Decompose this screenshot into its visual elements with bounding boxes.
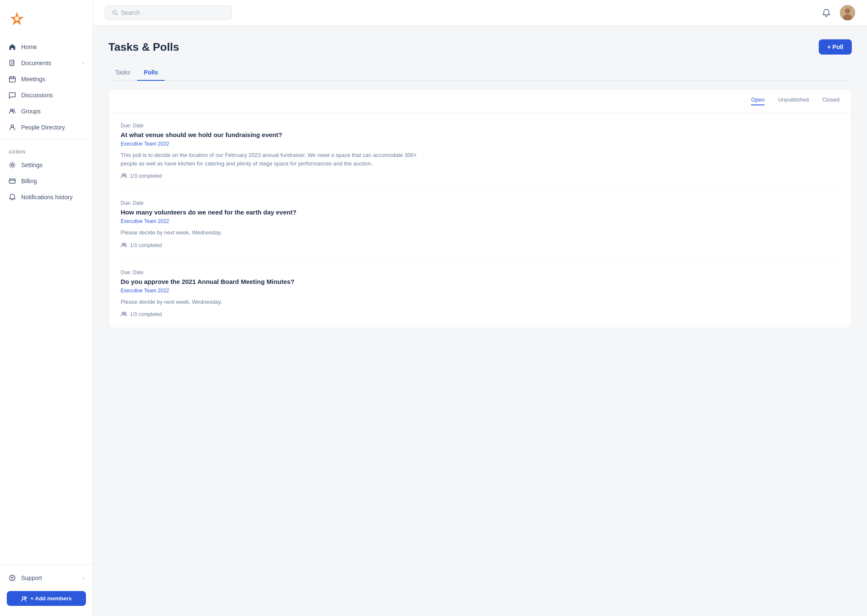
svg-point-6 <box>11 164 14 166</box>
poll-completed: 1/3 completed <box>130 173 162 179</box>
page-title: Tasks & Polls <box>108 41 179 54</box>
sidebar: Home Documents › Meetings Discussions <box>0 0 93 616</box>
bell-icon <box>822 8 831 17</box>
app-logo-icon <box>8 10 25 27</box>
sidebar-item-documents-label: Documents <box>21 60 51 66</box>
sidebar-nav: Home Documents › Meetings Discussions <box>0 36 93 564</box>
groups-icon <box>8 107 16 115</box>
poll-group[interactable]: Executive Team 2022 <box>121 288 839 294</box>
sidebar-item-settings[interactable]: Settings <box>0 157 93 173</box>
main-panel: Tasks & Polls + Poll Tasks Polls Open Un… <box>93 0 867 616</box>
sidebar-item-billing[interactable]: Billing <box>0 173 93 189</box>
poll-due-date: Due: Date <box>121 270 839 275</box>
poll-meta: 1/3 completed <box>121 242 839 249</box>
poll-item: Due: Date Do you approve the 2021 Annual… <box>121 259 839 328</box>
poll-title[interactable]: How many volunteers do we need for the e… <box>121 209 839 216</box>
topbar <box>93 0 867 26</box>
add-poll-label: + Poll <box>827 44 843 50</box>
filter-unpublished[interactable]: Unpublished <box>778 96 809 105</box>
sidebar-divider <box>0 139 93 139</box>
sidebar-item-notifications-history[interactable]: Notifications history <box>0 189 93 205</box>
notification-bell-button[interactable] <box>820 6 833 19</box>
svg-point-18 <box>124 243 126 245</box>
page-header: Tasks & Polls + Poll <box>108 39 852 55</box>
poll-group[interactable]: Executive Team 2022 <box>121 141 839 147</box>
filter-open[interactable]: Open <box>751 96 765 105</box>
svg-point-0 <box>15 16 19 21</box>
settings-icon <box>8 161 16 169</box>
search-box[interactable] <box>105 6 232 20</box>
poll-meta: 1/3 completed <box>121 311 839 318</box>
svg-rect-2 <box>9 77 15 82</box>
support-chevron-icon: › <box>83 575 84 581</box>
sidebar-item-settings-label: Settings <box>21 162 43 168</box>
poll-description: Please decide by next week, Wednesday. <box>121 228 417 237</box>
tabs-bar: Tasks Polls <box>108 65 852 81</box>
sidebar-bottom: Support › + Add members <box>0 564 93 616</box>
svg-point-16 <box>124 174 126 176</box>
polls-filter-bar: Open Unpublished Closed <box>109 90 851 113</box>
svg-point-9 <box>12 579 13 580</box>
poll-due-date: Due: Date <box>121 123 839 129</box>
participants-icon <box>121 311 127 318</box>
chevron-right-icon: › <box>83 60 84 66</box>
sidebar-item-notifications-history-label: Notifications history <box>21 194 72 201</box>
poll-item: Due: Date At what venue should we hold o… <box>121 113 839 190</box>
sidebar-item-discussions-label: Discussions <box>21 92 53 99</box>
polls-card: Open Unpublished Closed Due: Date At wha… <box>108 89 852 328</box>
add-poll-button[interactable]: + Poll <box>819 39 852 55</box>
avatar-image <box>840 5 855 20</box>
poll-description: This poll is to decide on the location o… <box>121 151 417 168</box>
sidebar-item-billing-label: Billing <box>21 178 37 184</box>
sidebar-item-support[interactable]: Support › <box>0 570 93 586</box>
participants-icon <box>121 173 127 179</box>
svg-point-4 <box>13 109 14 111</box>
poll-meta: 1/3 completed <box>121 173 839 179</box>
chat-icon <box>8 91 16 99</box>
svg-point-19 <box>122 312 124 314</box>
sidebar-item-people-directory[interactable]: People Directory <box>0 119 93 135</box>
sidebar-item-documents[interactable]: Documents › <box>0 55 93 71</box>
svg-point-20 <box>124 312 126 314</box>
svg-point-13 <box>845 8 850 14</box>
home-icon <box>8 43 16 51</box>
poll-item: Due: Date How many volunteers do we need… <box>121 190 839 259</box>
poll-title[interactable]: At what venue should we hold our fundrai… <box>121 131 839 138</box>
polls-list: Due: Date At what venue should we hold o… <box>109 113 851 328</box>
sidebar-item-discussions[interactable]: Discussions <box>0 87 93 103</box>
billing-icon <box>8 177 16 185</box>
poll-description: Please decide by next week, Wednesday. <box>121 298 417 306</box>
support-icon <box>8 574 16 582</box>
sidebar-item-home[interactable]: Home <box>0 39 93 55</box>
calendar-icon <box>8 75 16 83</box>
bell-sidebar-icon <box>8 193 16 201</box>
poll-completed: 1/3 completed <box>130 311 162 317</box>
avatar[interactable] <box>840 5 855 20</box>
sidebar-item-groups-label: Groups <box>21 108 41 115</box>
document-icon <box>8 59 16 67</box>
topbar-actions <box>820 5 855 20</box>
poll-completed: 1/3 completed <box>130 242 162 248</box>
poll-group[interactable]: Executive Team 2022 <box>121 218 839 224</box>
logo-container[interactable] <box>0 0 93 36</box>
svg-point-3 <box>11 109 13 111</box>
add-members-icon <box>21 596 27 602</box>
filter-closed[interactable]: Closed <box>823 96 839 105</box>
admin-section-label: ADMIN <box>0 143 93 157</box>
person-icon <box>8 124 16 131</box>
poll-title[interactable]: Do you approve the 2021 Annual Board Mee… <box>121 278 839 285</box>
svg-rect-7 <box>9 179 15 183</box>
svg-point-15 <box>122 174 124 176</box>
sidebar-item-meetings[interactable]: Meetings <box>0 71 93 87</box>
tab-tasks[interactable]: Tasks <box>108 65 137 81</box>
sidebar-item-groups[interactable]: Groups <box>0 103 93 119</box>
tab-polls[interactable]: Polls <box>137 65 165 81</box>
participants-icon <box>121 242 127 249</box>
search-input[interactable] <box>121 9 225 16</box>
svg-point-17 <box>122 243 124 245</box>
sidebar-item-support-label: Support <box>21 575 42 581</box>
sidebar-item-meetings-label: Meetings <box>21 76 45 82</box>
poll-due-date: Due: Date <box>121 200 839 206</box>
add-members-button[interactable]: + Add members <box>7 591 86 606</box>
content-area: Tasks & Polls + Poll Tasks Polls Open Un… <box>93 26 867 616</box>
